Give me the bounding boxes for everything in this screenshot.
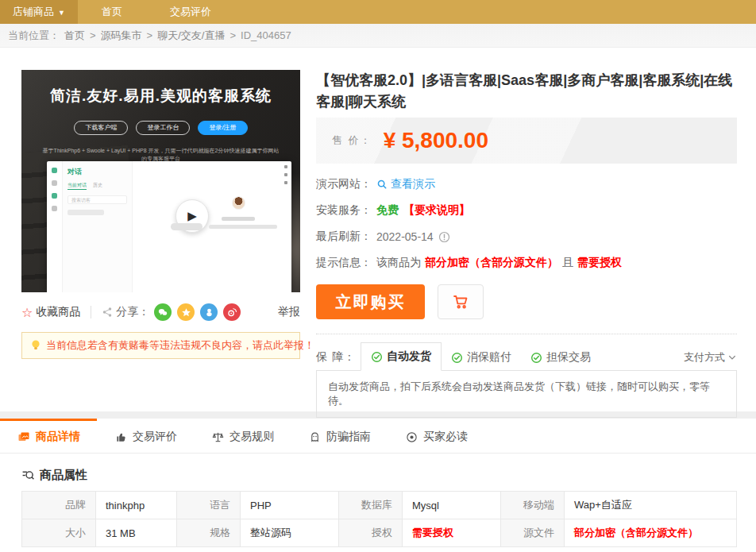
tab-reviews[interactable]: 交易评价: [115, 430, 177, 444]
breadcrumb-market[interactable]: 源码集市: [101, 29, 142, 43]
tab-product-details[interactable]: 商品详情: [17, 430, 80, 444]
thumbs-up-icon: [115, 431, 127, 443]
install-label: 安装服务：: [316, 203, 372, 218]
chat-rail-icon: [52, 193, 57, 199]
attributes-row: 大小 31 MB 规格 整站源码 授权 需要授权 源文件 部分加密（含部分源文件…: [22, 519, 737, 547]
hero-download-button: 下载客户端: [74, 121, 128, 135]
nav-shop-products-label: 店铺商品: [13, 6, 54, 17]
demo-label: 演示网站：: [316, 177, 372, 191]
chat-main-area: ▶: [133, 161, 291, 292]
nav-home[interactable]: 首页: [78, 0, 146, 24]
notice-label: 提示信息：: [316, 256, 372, 270]
product-image[interactable]: 简洁.友好.易用.美观的客服系统 下载客户端 登录工作台 登录/注册 基于Thi…: [21, 70, 300, 292]
notice-prefix: 该商品为: [376, 256, 421, 270]
active-tab-indicator: [0, 419, 97, 421]
attributes-table: 品牌 thinkphp 语言 PHP 数据库 Mysql 移动端 Wap+自适应…: [21, 491, 737, 547]
price-value: ¥ 5,800.00: [384, 128, 488, 153]
scales-icon: [212, 431, 224, 443]
tab-label: 交易规则: [230, 430, 274, 444]
nav-reviews[interactable]: 交易评价: [146, 0, 235, 24]
guarantee-tab-escrow[interactable]: 担保交易: [521, 344, 600, 371]
breadcrumb: 当前位置： 首页 > 源码集市 > 聊天/交友/直播 > ID_404657: [0, 24, 756, 48]
favorite-star-icon: ☆: [21, 305, 33, 320]
content-warning-banner: 当前信息若含有黄赌毒等违法违规不良内容，请点此举报！: [21, 332, 300, 359]
auto-delivery-description: 自动发货商品，拍下后系统会自动发送商品发货（下载）链接，随时可以购买，零等待。: [316, 370, 737, 418]
attributes-title: 商品属性: [40, 468, 87, 483]
weibo-share-icon[interactable]: [223, 303, 241, 321]
hero-buttons: 下载客户端 登录工作台 登录/注册: [21, 121, 300, 135]
chat-avatar: [232, 196, 245, 210]
breadcrumb-sep: >: [230, 29, 236, 41]
notice-authorization: 需要授权: [577, 256, 622, 270]
detail-tabbar: 商品详情 交易评价 交易规则 防骗指南 买家必读: [0, 419, 756, 454]
breadcrumb-label: 当前位置：: [8, 29, 60, 43]
tab-buyer-must-read[interactable]: 买家必读: [406, 430, 468, 444]
chat-message-line: [222, 217, 255, 221]
attr-value-source-files: 部分加密（含部分源文件）: [565, 519, 737, 547]
info-icon[interactable]: [438, 231, 450, 243]
dotted-divider: [316, 334, 737, 334]
divider: [91, 306, 91, 318]
tab-label: 买家必读: [423, 430, 468, 444]
install-free-value: 免费: [376, 203, 399, 218]
chat-search-input: 搜索访客: [68, 195, 127, 204]
search-list-icon: [21, 469, 35, 482]
attr-value-size: 31 MB: [96, 519, 177, 547]
hero-workbench-button: 登录工作台: [136, 121, 190, 135]
check-circle-icon: [530, 352, 542, 364]
view-demo-text: 查看演示: [391, 177, 435, 191]
magnifier-icon: [376, 179, 388, 190]
qzone-share-icon[interactable]: [177, 303, 195, 321]
target-icon: [406, 431, 418, 443]
left-column: 简洁.友好.易用.美观的客服系统 下载客户端 登录工作台 登录/注册 基于Thi…: [21, 70, 300, 411]
check-circle-icon: [451, 352, 463, 364]
chevron-down-icon: [727, 353, 737, 362]
guarantee-tab-label: 担保交易: [546, 350, 591, 365]
tab-rules[interactable]: 交易规则: [212, 430, 274, 444]
caret-down-icon: ▼: [58, 9, 65, 17]
tab-anti-fraud[interactable]: 防骗指南: [309, 430, 371, 444]
favorite-button[interactable]: 收藏商品: [36, 305, 80, 319]
attr-value-brand: thinkphp: [96, 492, 177, 519]
nav-shop-products[interactable]: 店铺商品▼: [0, 0, 78, 24]
install-requirements-link[interactable]: 【要求说明】: [403, 203, 470, 218]
attr-value-authorization: 需要授权: [403, 519, 501, 547]
breadcrumb-category[interactable]: 聊天/交友/直播: [157, 29, 225, 43]
bulb-icon: [30, 339, 41, 352]
purchase-actions: 立即购买: [316, 284, 737, 319]
report-link[interactable]: 举报: [278, 305, 300, 319]
warning-report-link[interactable]: 当前信息若含有黄赌毒等违法违规不良内容，请点此举报！: [46, 338, 314, 353]
guarantee-label: 保 障：: [316, 350, 356, 371]
chat-tab-history: 历史: [93, 182, 102, 190]
product-info-rows: 演示网站： 查看演示 安装服务： 免费 【要求说明】 最后刷新： 2022-05…: [316, 176, 737, 271]
install-row: 安装服务： 免费 【要求说明】: [316, 203, 737, 218]
attr-key: 语言: [177, 492, 241, 519]
chat-rail-icon: [52, 206, 57, 211]
add-to-cart-button[interactable]: [438, 284, 484, 319]
price-label: 售 价：: [332, 133, 372, 148]
breadcrumb-sep: >: [147, 29, 153, 41]
chat-tab-current: 当前对话: [68, 182, 87, 190]
qq-share-icon[interactable]: [200, 303, 218, 321]
breadcrumb-product-id: ID_404657: [241, 29, 291, 41]
check-circle-icon: [371, 351, 383, 363]
product-details-icon: [17, 430, 30, 443]
guarantee-tab-label: 自动发货: [387, 349, 431, 364]
chat-sidebar: 对话 当前对话 历史 搜索访客: [63, 161, 133, 292]
favorite-share-row: ☆ 收藏商品 分享： 举报: [21, 299, 300, 325]
breadcrumb-home[interactable]: 首页: [64, 29, 85, 43]
notice-row: 提示信息： 该商品为 部分加密（含部分源文件） 且 需要授权: [316, 255, 737, 271]
guarantee-tab-compensation[interactable]: 消保赔付: [442, 344, 521, 371]
wechat-share-icon[interactable]: [154, 303, 172, 321]
product-title: 【智优客服2.0】|多语言客服|Saas客服|多商户客服|客服系统|在线客服|聊…: [316, 70, 737, 113]
ghost-icon: [309, 431, 321, 443]
chat-icon-rail: [47, 161, 63, 292]
refresh-row: 最后刷新： 2022-05-14: [316, 229, 737, 245]
view-demo-link[interactable]: 查看演示: [376, 177, 435, 191]
attributes-header: 商品属性: [21, 468, 737, 483]
buy-now-button[interactable]: 立即购买: [316, 284, 425, 319]
guarantee-tab-auto-delivery[interactable]: 自动发货: [361, 342, 442, 371]
payment-methods-toggle[interactable]: 支付方式: [684, 350, 737, 371]
price-band: 售 价： ¥ 5,800.00: [316, 118, 737, 164]
attr-value-spec: 整站源码: [241, 519, 339, 547]
